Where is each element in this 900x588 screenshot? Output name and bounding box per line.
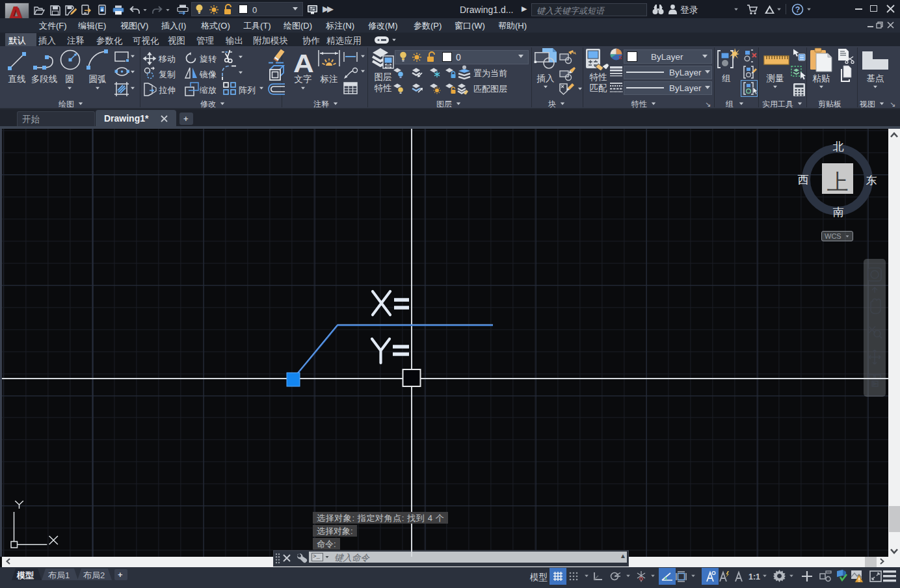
svg-text:?: ? (795, 5, 801, 14)
